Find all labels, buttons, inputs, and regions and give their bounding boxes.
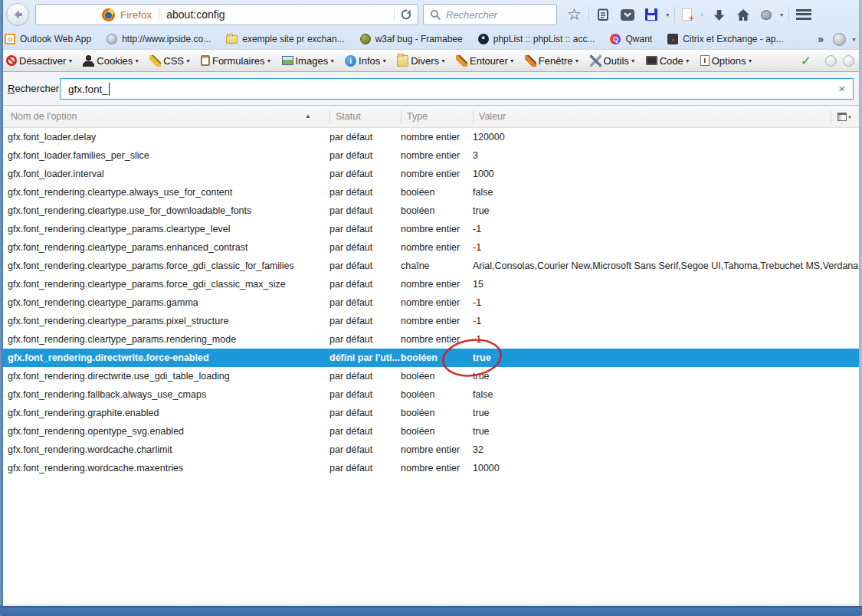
status-orb-icon[interactable]: [825, 55, 837, 67]
pref-row[interactable]: gfx.font_rendering.cleartype.use_for_dow…: [3, 202, 859, 220]
sort-ascending-icon[interactable]: ▲: [305, 113, 311, 120]
pref-value: true: [473, 367, 859, 385]
column-label: Statut: [336, 111, 361, 122]
devtools-menu-label: Cookies: [97, 55, 133, 67]
pref-row[interactable]: gfx.font_rendering.directwrite.use_gdi_t…: [3, 367, 859, 385]
window-frame-left: [0, 0, 3, 616]
css-icon: [149, 55, 161, 67]
pocket-button[interactable]: [615, 3, 640, 26]
bookmark-item[interactable]: http://www.ipside.co...: [107, 34, 211, 44]
pref-value: false: [473, 183, 859, 202]
pref-row[interactable]: gfx.font_rendering.cleartype.always_use_…: [3, 183, 859, 202]
bookmark-star-button[interactable]: ☆: [562, 3, 587, 26]
pref-value: -1: [473, 238, 859, 257]
pref-status: par défaut: [329, 146, 401, 165]
pref-value: 3: [473, 146, 859, 165]
column-header-name[interactable]: Nom de l'option: [8, 106, 329, 127]
pref-row[interactable]: gfx.font_rendering.graphite.enabledpar d…: [3, 404, 859, 422]
dropdown-caret-icon: ▼: [685, 58, 690, 64]
devtools-menu-formulaires[interactable]: Formulaires▼: [201, 55, 272, 67]
url-text[interactable]: about:config: [166, 8, 388, 21]
bookmark-item[interactable]: OOutlook Web App: [5, 34, 91, 44]
extension-dropdown-caret[interactable]: ▼: [777, 12, 787, 18]
pref-status: par défaut: [329, 275, 401, 293]
bookmarks-overflow-chevron[interactable]: »: [818, 33, 824, 45]
pref-value: -1: [473, 330, 859, 349]
pref-row[interactable]: gfx.font_rendering.fallback.always_use_c…: [3, 385, 859, 404]
clear-search-icon[interactable]: ×: [838, 82, 845, 95]
bookmark-label: Citrix et Exchange - ap...: [683, 34, 783, 44]
bookmarks-dropdown-caret[interactable]: ▼: [849, 37, 859, 42]
pref-type: booléen: [401, 183, 473, 202]
downloads-button[interactable]: [707, 3, 731, 26]
pref-row[interactable]: gfx.font_rendering.cleartype_params.forc…: [3, 257, 859, 275]
dropdown-caret-icon: ▼: [67, 58, 73, 64]
pref-type: nombre entier: [401, 441, 473, 459]
pref-row[interactable]: gfx.font_rendering.opentype_svg.enabledp…: [3, 422, 859, 441]
save-dropdown-caret[interactable]: ▼: [663, 12, 673, 18]
pref-value: -1: [473, 312, 859, 330]
devtools-menu-images[interactable]: Images▼: [282, 55, 336, 67]
bookmark-item[interactable]: exemple site pr exchan...: [226, 34, 344, 44]
images-icon: [282, 56, 293, 65]
pref-row[interactable]: gfx.font_rendering.cleartype_params.enha…: [3, 238, 859, 257]
devtools-menu-code[interactable]: Code▼: [646, 55, 690, 67]
pref-row[interactable]: gfx.font_rendering.cleartype_params.gamm…: [3, 293, 859, 312]
url-bar[interactable]: Firefox about:config: [35, 4, 418, 25]
pref-row[interactable]: gfx.font_loader.delaypar défautnombre en…: [3, 128, 859, 146]
devtools-menu-label: Divers: [411, 55, 439, 67]
devtools-menu-fenêtre[interactable]: Fenêtre▼: [525, 55, 580, 67]
menu-button[interactable]: [791, 3, 817, 26]
pref-row[interactable]: gfx.font_rendering.wordcache.charlimitpa…: [3, 441, 859, 459]
devtools-menu-options[interactable]: IOptions▼: [700, 55, 753, 67]
back-button[interactable]: [6, 3, 29, 26]
pref-type: nombre entier: [401, 128, 473, 146]
devtools-menu-outils[interactable]: Outils▼: [590, 55, 636, 67]
addon-dropdown-caret[interactable]: ▼: [697, 12, 707, 18]
valid-check-icon[interactable]: ✓: [801, 53, 811, 69]
status-orb-icon[interactable]: [843, 55, 854, 67]
pref-row[interactable]: gfx.font_loader.intervalpar défautnombre…: [3, 165, 859, 183]
devtools-menu-entourer[interactable]: Entourer▼: [456, 55, 515, 67]
pref-row[interactable]: gfx.font_rendering.cleartype_params.pixe…: [3, 312, 859, 330]
globe-button-icon[interactable]: [833, 33, 846, 46]
devtools-menu-cookies[interactable]: Cookies▼: [83, 55, 139, 67]
devtools-menu-label: CSS: [163, 55, 184, 67]
reload-button[interactable]: [400, 8, 412, 21]
bookmark-item[interactable]: w3af bug - Framabee: [360, 34, 463, 44]
window-frame-right: [859, 0, 862, 616]
pref-row[interactable]: gfx.font_loader.families_per_slicepar dé…: [3, 146, 859, 165]
column-header-value[interactable]: Valeur: [473, 106, 859, 127]
addon-page-button[interactable]: +: [677, 3, 697, 26]
bookmark-item[interactable]: QQwant: [610, 34, 652, 44]
bookmark-item[interactable]: ●Citrix et Exchange - ap...: [667, 34, 783, 44]
browser-search-box[interactable]: Rechercher: [423, 4, 557, 25]
pref-type: booléen: [401, 404, 473, 422]
column-picker-button[interactable]: ▼: [837, 110, 853, 123]
dropdown-caret-icon: ▼: [748, 58, 753, 64]
plus-glyph: +: [689, 13, 694, 24]
devtools-menu-css[interactable]: CSS▼: [149, 55, 191, 67]
save-page-button[interactable]: [640, 3, 663, 26]
devtools-menu-infos[interactable]: iInfos▼: [345, 55, 387, 67]
devtools-menu-désactiver[interactable]: Désactiver▼: [6, 55, 73, 67]
pref-value: 10000: [473, 459, 859, 477]
pref-row[interactable]: gfx.font_rendering.wordcache.maxentriesp…: [3, 459, 859, 477]
bookmark-item[interactable]: *phpList :: phpList :: acc...: [478, 34, 595, 44]
pref-row-selected[interactable]: gfx.font_rendering.directwrite.force-ena…: [3, 349, 859, 367]
header-separator: [473, 110, 474, 123]
extension-button[interactable]: [755, 3, 777, 26]
bookmarks-right: » ▼: [818, 33, 859, 46]
column-header-status[interactable]: Statut: [329, 106, 401, 127]
home-button[interactable]: [731, 3, 755, 26]
pref-row[interactable]: gfx.font_rendering.cleartype_params.clea…: [3, 220, 859, 238]
devtools-menu-divers[interactable]: Divers▼: [397, 55, 446, 67]
pref-row[interactable]: gfx.font_rendering.cleartype_params.rend…: [3, 330, 859, 349]
pref-value: -1: [473, 220, 859, 238]
pref-name: gfx.font_rendering.cleartype.use_for_dow…: [8, 202, 329, 220]
pref-status: par défaut: [329, 202, 401, 220]
pref-row[interactable]: gfx.font_rendering.cleartype_params.forc…: [3, 275, 859, 293]
config-search-input[interactable]: gfx.font_ ×: [60, 78, 854, 100]
column-header-type[interactable]: Type: [401, 106, 473, 127]
show-bookmarks-button[interactable]: [591, 3, 615, 26]
